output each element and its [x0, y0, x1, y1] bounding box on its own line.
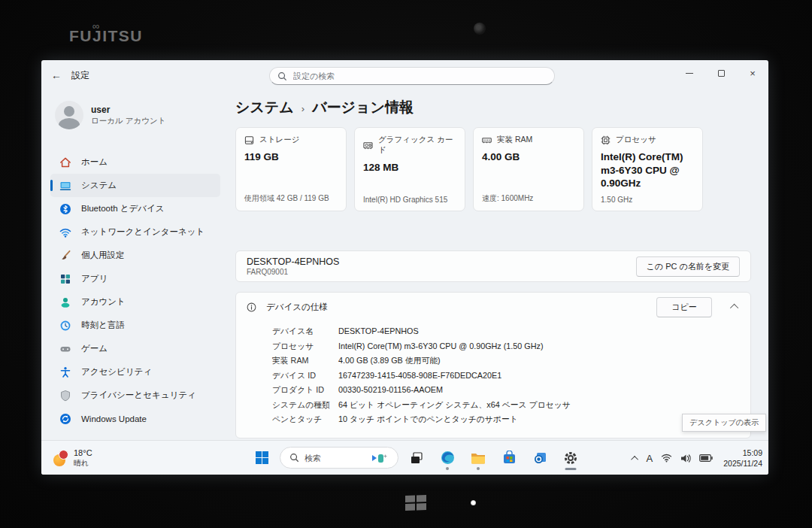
- sidebar-item-home[interactable]: ホーム: [50, 150, 220, 174]
- weather-sun-icon: [52, 450, 68, 466]
- sidebar-item-windows-update[interactable]: Windows Update: [50, 407, 220, 430]
- microsoft-store-icon: [502, 451, 517, 465]
- processor-value: Intel(R) Core(TM) m3-6Y30 CPU @ 0.90GHz: [601, 150, 694, 190]
- device-name: DESKTOP-4EPNHOS: [247, 256, 339, 267]
- storage-icon: [244, 135, 254, 145]
- graphics-footer: Intel(R) HD Graphics 515: [363, 196, 456, 204]
- weather-widget[interactable]: 18°C 晴れ: [47, 445, 97, 472]
- device-spec-header[interactable]: デバイスの仕様 コピー: [236, 293, 750, 321]
- settings-taskbar-button[interactable]: [558, 445, 583, 472]
- accessibility-icon: [59, 366, 71, 378]
- storage-card: ストレージ 119 GB 使用領域 42 GB / 119 GB: [235, 127, 347, 211]
- back-button[interactable]: ←: [41, 69, 71, 81]
- spec-row-processor: プロセッサ Intel(R) Core(TM) m3-6Y30 CPU @ 0.…: [272, 339, 750, 354]
- wifi-icon[interactable]: [661, 454, 672, 463]
- speaker-icon[interactable]: [680, 454, 691, 463]
- user-account-block[interactable]: user ローカル アカウント: [50, 95, 220, 129]
- sidebar-item-accessibility[interactable]: アクセシビリティ: [50, 360, 220, 384]
- storage-value: 119 GB: [244, 150, 338, 164]
- cpu-icon: [601, 135, 611, 145]
- time-language-icon: [59, 320, 71, 332]
- processor-card: プロセッサ Intel(R) Core(TM) m3-6Y30 CPU @ 0.…: [592, 127, 703, 211]
- processor-footer: 1.50 GHz: [601, 196, 694, 204]
- tray-chevron-up-icon[interactable]: [631, 455, 638, 463]
- outlook-button[interactable]: [527, 445, 553, 472]
- avatar: [55, 101, 83, 129]
- outlook-icon: [533, 451, 547, 465]
- ram-footer: 速度: 1600MHz: [482, 193, 575, 204]
- file-explorer-button[interactable]: [465, 445, 491, 472]
- copy-button[interactable]: コピー: [656, 297, 712, 317]
- spec-row-system-type: システムの種類 64 ビット オペレーティング システム、x64 ベース プロセ…: [272, 398, 750, 413]
- ime-indicator[interactable]: A: [647, 453, 653, 464]
- user-account-type: ローカル アカウント: [91, 116, 165, 126]
- maximize-button[interactable]: [705, 60, 737, 86]
- rename-pc-button[interactable]: この PC の名前を変更: [636, 256, 740, 277]
- bezel-reflection-dot: [471, 500, 476, 505]
- sidebar-item-system[interactable]: システム: [50, 174, 220, 197]
- webcam: [474, 23, 486, 35]
- taskbar-clock[interactable]: 15:09 2025/11/24: [721, 448, 762, 469]
- minimize-icon: [686, 73, 693, 74]
- graphics-card: グラフィックス カード 128 MB Intel(R) HD Graphics …: [354, 127, 465, 211]
- sidebar-item-time-language[interactable]: 時刻と言語: [50, 314, 220, 337]
- close-button[interactable]: ×: [737, 60, 768, 86]
- sidebar-item-privacy-security[interactable]: プライバシーとセキュリティ: [50, 384, 220, 407]
- app-title: 設定: [71, 69, 89, 82]
- home-icon: [59, 156, 71, 168]
- battery-icon[interactable]: [699, 454, 713, 462]
- apps-icon: [59, 273, 71, 285]
- windows-update-icon: [59, 413, 71, 425]
- info-icon: [247, 302, 256, 312]
- taskbar-search-input[interactable]: [304, 454, 365, 463]
- maximize-icon: [718, 70, 725, 77]
- show-desktop-tooltip: デスクトップの表示: [682, 414, 766, 432]
- edge-button[interactable]: [435, 445, 460, 472]
- windows-start-icon: [255, 451, 269, 465]
- windows-bezel-logo: [404, 493, 427, 511]
- spec-row-ram: 実装 RAM 4.00 GB (3.89 GB 使用可能): [272, 354, 750, 369]
- ram-card: 実装 RAM 4.00 GB 速度: 1600MHz: [473, 127, 584, 211]
- running-indicator: [477, 467, 480, 470]
- fujitsu-logo: FUJITSU∞: [69, 27, 143, 45]
- task-view-button[interactable]: [404, 445, 429, 472]
- system-icon: [59, 180, 71, 192]
- start-button[interactable]: [249, 445, 274, 472]
- chevron-up-icon[interactable]: [730, 304, 738, 312]
- breadcrumb-separator: ›: [301, 102, 304, 114]
- search-icon: [277, 71, 287, 81]
- sidebar-item-network-internet[interactable]: ネットワークとインターネット: [50, 220, 220, 244]
- settings-search-input[interactable]: [293, 71, 547, 80]
- gpu-icon: [363, 141, 373, 150]
- storage-footer: 使用領域 42 GB / 119 GB: [244, 193, 338, 204]
- settings-sidebar: user ローカル アカウント ホーム: [41, 90, 228, 440]
- task-view-icon: [410, 451, 423, 465]
- page-title: バージョン情報: [312, 98, 414, 117]
- edge-icon: [441, 451, 455, 465]
- search-highlight-icon: [370, 451, 389, 465]
- store-button[interactable]: [496, 445, 522, 472]
- taskbar-search-box[interactable]: [280, 447, 398, 469]
- spec-cards-row: ストレージ 119 GB 使用領域 42 GB / 119 GB グラフィックス: [235, 127, 751, 211]
- breadcrumb: システム › バージョン情報: [235, 98, 751, 117]
- sidebar-item-personalization[interactable]: 個人用設定: [50, 244, 220, 267]
- settings-titlebar: ← 設定 ×: [41, 60, 768, 90]
- sidebar-item-gaming[interactable]: ゲーム: [50, 337, 220, 360]
- sidebar-nav: ホーム システム Bluetooth とデバイス: [50, 150, 220, 430]
- spec-row-device-name: デバイス名 DESKTOP-4EPNHOS: [272, 324, 750, 339]
- device-spec-title: デバイスの仕様: [266, 302, 647, 313]
- gear-icon: [563, 451, 578, 466]
- breadcrumb-system[interactable]: システム: [235, 98, 294, 117]
- privacy-icon: [59, 390, 71, 402]
- file-explorer-icon: [471, 451, 486, 465]
- minimize-button[interactable]: [674, 60, 705, 86]
- user-name: user: [91, 105, 165, 115]
- taskbar: 18°C 晴れ: [41, 440, 768, 475]
- sidebar-item-apps[interactable]: アプリ: [50, 267, 220, 290]
- sidebar-item-bluetooth-devices[interactable]: Bluetooth とデバイス: [50, 197, 220, 220]
- settings-search-box[interactable]: [269, 67, 555, 85]
- ram-icon: [482, 135, 492, 145]
- device-spec-rows: デバイス名 DESKTOP-4EPNHOS プロセッサ Intel(R) Cor…: [236, 321, 750, 427]
- sidebar-item-accounts[interactable]: アカウント: [50, 290, 220, 314]
- taskbar-center: [226, 445, 583, 472]
